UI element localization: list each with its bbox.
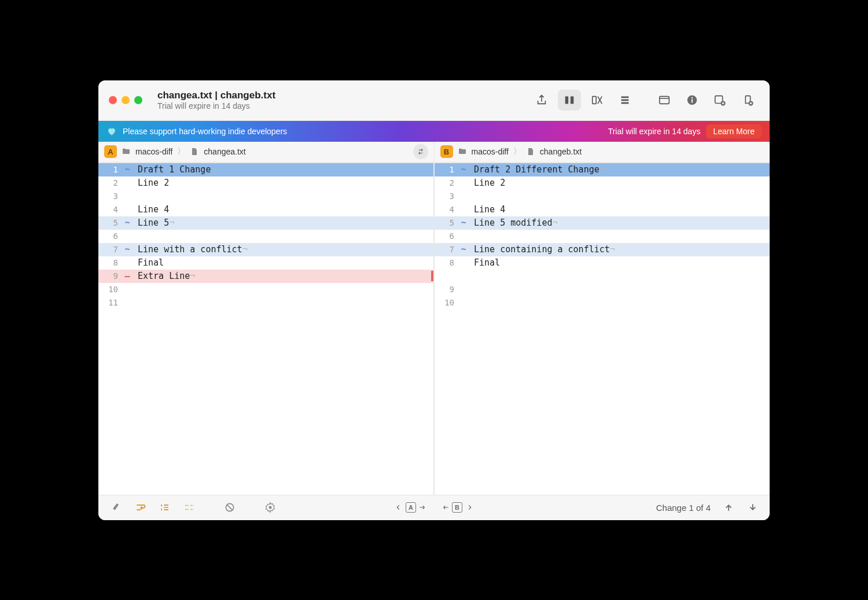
whitespace-button[interactable] [179, 499, 199, 516]
line-number: 7 [435, 245, 458, 254]
line-number: 9 [435, 285, 458, 294]
svg-point-14 [269, 506, 272, 509]
filter-button[interactable] [220, 499, 240, 516]
svg-rect-5 [621, 102, 629, 104]
copy-to-right-button[interactable]: A [406, 502, 428, 513]
promo-banner: Please support hard-working indie develo… [98, 121, 770, 142]
share-button[interactable] [530, 90, 553, 111]
line-numbers-button[interactable] [155, 499, 175, 516]
minimize-window-button[interactable] [122, 96, 130, 104]
svg-rect-3 [621, 97, 629, 98]
diff-line[interactable]: 1~Draft 2 Different Change¬ [435, 163, 770, 176]
diff-line[interactable]: 9 [435, 283, 770, 296]
add-right-button[interactable] [736, 90, 759, 111]
prev-change-button[interactable] [720, 499, 738, 516]
line-text: Extra Line¬ [133, 271, 433, 281]
line-text: Line 4 [469, 204, 770, 215]
prev-change-a-button[interactable] [394, 503, 402, 511]
settings-button[interactable] [260, 499, 280, 516]
diff-line[interactable]: 2Line 2 [98, 176, 433, 190]
line-number: 10 [98, 285, 122, 294]
swap-sides-button[interactable] [413, 144, 428, 159]
diff-line[interactable]: 6 [435, 230, 770, 243]
svg-rect-8 [692, 99, 693, 102]
close-window-button[interactable] [109, 96, 117, 104]
diff-line[interactable]: 11 [98, 296, 433, 310]
diff-line[interactable]: 8Final [435, 256, 770, 270]
svg-rect-6 [660, 97, 670, 104]
line-number: 3 [98, 192, 122, 201]
diff-line[interactable]: 5~Line 5 modified¬ [435, 216, 770, 230]
line-number: 10 [435, 298, 458, 307]
diff-line[interactable]: 6 [98, 230, 433, 243]
app-window: changea.txt | changeb.txt Trial will exp… [98, 80, 770, 520]
window-subtitle: Trial will expire in 14 days [157, 101, 524, 111]
next-change-b-button[interactable] [466, 503, 474, 511]
line-number: 5 [98, 218, 122, 227]
file-icon [526, 147, 535, 156]
path-right[interactable]: B macos-diff 〉 changeb.txt [435, 142, 770, 162]
zoom-window-button[interactable] [134, 96, 142, 104]
svg-rect-1 [571, 97, 574, 104]
line-number: 6 [98, 231, 122, 241]
diff-line[interactable]: 3 [98, 190, 433, 203]
svg-point-9 [692, 97, 693, 98]
line-text: Line 5 modified¬ [469, 218, 770, 228]
diff-line[interactable]: 7~Line containing a conflict¬ [435, 243, 770, 256]
promo-message: Please support hard-working indie develo… [123, 127, 287, 136]
heart-icon [106, 126, 117, 137]
path-left-file: changea.txt [204, 147, 245, 156]
folder-icon [458, 147, 467, 156]
add-left-button[interactable] [708, 90, 731, 111]
diff-line[interactable]: 5~Line 5¬ [98, 216, 433, 230]
diff-line[interactable]: 10 [98, 283, 433, 296]
diff-line[interactable]: 2Line 2 [435, 176, 770, 190]
wrap-lines-button[interactable] [131, 499, 150, 516]
change-counter: Change 1 of 4 [656, 503, 711, 513]
diff-marker: ~ [122, 218, 133, 228]
diff-line[interactable]: 1~Draft 1 Change¬ [98, 163, 433, 176]
diff-pane-right[interactable]: 1~Draft 2 Different Change¬2Line 234Line… [435, 163, 770, 495]
line-number: 1 [98, 165, 122, 174]
diff-line[interactable]: 9—Extra Line¬ [98, 270, 433, 283]
next-change-button[interactable] [743, 499, 762, 516]
line-number: 11 [98, 298, 122, 307]
view-side-by-side-button[interactable] [558, 90, 581, 111]
path-bar: A macos-diff 〉 changea.txt B macos-diff … [98, 142, 770, 163]
info-button[interactable] [681, 90, 704, 111]
line-text: Line 2 [469, 178, 770, 188]
path-left[interactable]: A macos-diff 〉 changea.txt [98, 142, 435, 162]
copy-to-left-button[interactable]: B [440, 502, 462, 513]
learn-more-button[interactable]: Learn More [706, 124, 762, 138]
diff-line[interactable] [435, 270, 770, 283]
line-text: Line with a conflict¬ [133, 244, 433, 255]
line-number: 6 [435, 231, 458, 241]
line-text: Draft 2 Different Change¬ [469, 164, 770, 175]
window-title: changea.txt | changeb.txt [157, 90, 524, 101]
line-text: Final [469, 257, 770, 268]
diff-marker: ~ [458, 218, 469, 228]
merge-controls: A B [394, 502, 474, 513]
diff-line[interactable]: 4Line 4 [435, 203, 770, 216]
side-badge-a: A [104, 145, 117, 158]
view-stacked-button[interactable] [613, 90, 637, 111]
diff-marker: ~ [122, 164, 133, 175]
window-mode-button[interactable] [653, 90, 676, 111]
diff-line[interactable]: 10 [435, 296, 770, 310]
diff-marker: ~ [458, 164, 469, 175]
line-number: 3 [435, 192, 458, 201]
line-text: Line 5¬ [133, 218, 433, 228]
diff-line[interactable]: 7~Line with a conflict¬ [98, 243, 433, 256]
diff-line[interactable]: 3 [435, 190, 770, 203]
diff-line[interactable]: 4Line 4 [98, 203, 433, 216]
svg-rect-4 [621, 100, 629, 101]
diff-marker: ~ [122, 244, 133, 255]
line-number: 8 [435, 258, 458, 267]
diff-line[interactable]: 8Final [98, 256, 433, 270]
promo-trial-text: Trial will expire in 14 days [608, 127, 701, 136]
svg-rect-2 [593, 97, 596, 104]
svg-rect-0 [565, 97, 569, 104]
paint-format-button[interactable] [106, 499, 126, 516]
diff-pane-left[interactable]: 1~Draft 1 Change¬2Line 234Line 45~Line 5… [98, 163, 435, 495]
view-inline-button[interactable] [586, 90, 609, 111]
